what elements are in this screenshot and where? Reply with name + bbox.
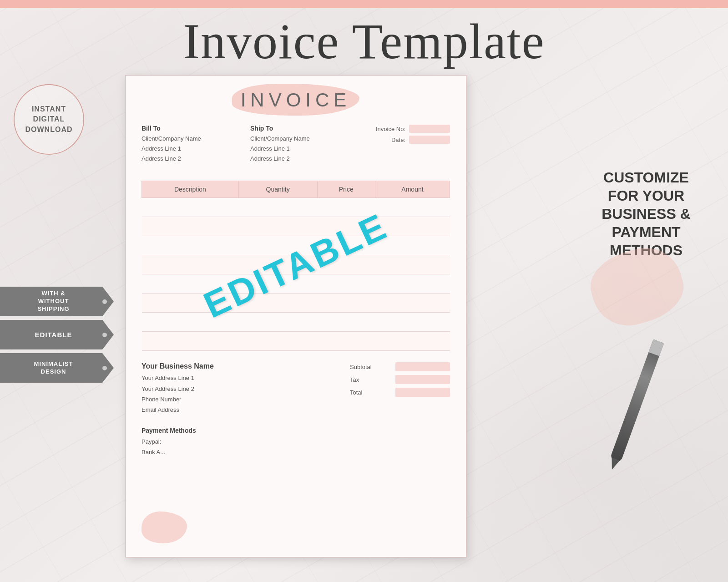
total-field xyxy=(395,388,450,397)
invoice-meta: Invoice No: Date: xyxy=(359,125,450,164)
date-label: Date: xyxy=(391,137,405,143)
ship-to-address2: Address Line 2 xyxy=(250,154,359,164)
badge-circle: INSTANT DIGITAL DOWNLOAD xyxy=(14,84,84,155)
tax-label: Tax xyxy=(350,376,359,383)
ship-to-company: Client/Company Name xyxy=(250,134,359,144)
business-email: Email Address xyxy=(142,405,336,415)
table-row xyxy=(142,236,450,255)
subtotal-label: Subtotal xyxy=(350,364,372,370)
tax-row: Tax xyxy=(350,375,450,384)
business-address1: Your Address Line 1 xyxy=(142,373,336,383)
date-field xyxy=(409,136,450,144)
invoice-table: Description Quantity Price Amount xyxy=(142,181,450,351)
invoice-no-row: Invoice No: xyxy=(359,125,450,133)
total-row: Total xyxy=(350,388,450,397)
ship-to-label: Ship To xyxy=(250,125,359,132)
pink-blob-invoice xyxy=(142,511,187,543)
total-label: Total xyxy=(350,389,362,396)
arrow-editable: EDITABLE xyxy=(0,320,114,349)
arrow-dot xyxy=(102,333,107,337)
left-arrows: With &WithOUTShipping EDITABLE Minimalis… xyxy=(0,287,114,383)
business-info: Your Business Name Your Address Line 1 Y… xyxy=(142,362,336,415)
arrow-dot xyxy=(102,299,107,304)
arrow-dot xyxy=(102,366,107,370)
business-phone: Phone Number xyxy=(142,394,336,405)
main-title: Invoice Template xyxy=(0,13,728,71)
table-row xyxy=(142,198,450,217)
top-bar xyxy=(0,0,728,8)
table-row xyxy=(142,274,450,294)
col-description: Description xyxy=(142,181,239,198)
invoice-no-field xyxy=(409,125,450,133)
bill-to-address1: Address Line 1 xyxy=(142,144,250,154)
table-row xyxy=(142,332,450,351)
tax-field xyxy=(395,375,450,384)
table-row xyxy=(142,313,450,332)
col-price: Price xyxy=(317,181,375,198)
subtotal-field xyxy=(395,362,450,371)
invoice-no-label: Invoice No: xyxy=(376,126,405,132)
arrow-shipping: With &WithOUTShipping xyxy=(0,287,114,316)
bottom-section: Your Business Name Your Address Line 1 Y… xyxy=(142,362,450,415)
ship-to-address1: Address Line 1 xyxy=(250,144,359,154)
table-row xyxy=(142,255,450,274)
bill-to-company: Client/Company Name xyxy=(142,134,250,144)
payment-section: Payment Methods Paypal: Bank A... xyxy=(142,427,450,458)
subtotal-row: Subtotal xyxy=(350,362,450,371)
arrow-minimalist: MinimalistDesign xyxy=(0,353,114,383)
payment-title: Payment Methods xyxy=(142,427,450,434)
bill-to-address2: Address Line 2 xyxy=(142,154,250,164)
totals-section: Subtotal Tax Total xyxy=(350,362,450,415)
table-row xyxy=(142,217,450,236)
right-text-block: CUSTOMIZE FOR YOUR Business & Payment Me… xyxy=(582,168,710,259)
paypal-line: Paypal: xyxy=(142,436,450,447)
ship-to-section: Ship To Client/Company Name Address Line… xyxy=(250,125,359,164)
invoice-title: INVOICE xyxy=(142,89,450,111)
col-amount: Amount xyxy=(375,181,450,198)
table-row xyxy=(142,294,450,313)
badge-text: INSTANT DIGITAL DOWNLOAD xyxy=(25,104,73,135)
bill-to-section: Bill To Client/Company Name Address Line… xyxy=(142,125,250,164)
address-section: Bill To Client/Company Name Address Line… xyxy=(142,125,450,171)
date-row: Date: xyxy=(359,136,450,144)
table-wrapper: Description Quantity Price Amount EDITAB… xyxy=(142,181,450,351)
bank-line: Bank A... xyxy=(142,447,450,457)
business-address2: Your Address Line 2 xyxy=(142,384,336,394)
invoice-document: INVOICE Bill To Client/Company Name Addr… xyxy=(125,75,466,557)
col-quantity: Quantity xyxy=(238,181,317,198)
bill-to-label: Bill To xyxy=(142,125,250,132)
business-name: Your Business Name xyxy=(142,362,336,370)
